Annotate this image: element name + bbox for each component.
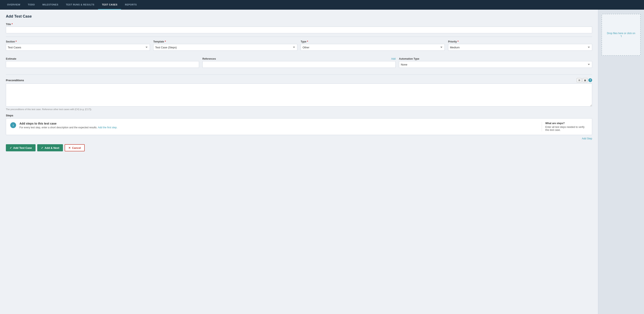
steps-header: Steps bbox=[6, 114, 592, 117]
automation-type-label: Automation Type bbox=[399, 57, 592, 60]
priority-label: Priority * bbox=[448, 40, 592, 43]
section-group: Section * Test Cases bbox=[6, 40, 150, 51]
add-and-next-check-icon: ✓ bbox=[41, 146, 43, 149]
steps-help-text: Enter all test steps needed to verify th… bbox=[545, 126, 588, 131]
cancel-button[interactable]: ✕ Cancel bbox=[64, 144, 85, 151]
preconditions-title: Preconditions bbox=[6, 79, 24, 82]
template-group: Template * Test Case (Steps) bbox=[153, 40, 297, 51]
buttons-row: ✓ Add Test Case ✓ Add & Next ✕ Cancel bbox=[6, 144, 592, 151]
references-label: References bbox=[202, 57, 216, 60]
add-test-case-check-icon: ✓ bbox=[10, 146, 12, 149]
title-group: Title * bbox=[6, 23, 592, 33]
drop-zone[interactable]: Drop files here or click on 't bbox=[602, 14, 641, 56]
priority-group: Priority * Medium bbox=[448, 40, 592, 51]
steps-help: What are steps? Enter all test steps nee… bbox=[542, 122, 588, 131]
automation-type-group: Automation Type None bbox=[399, 57, 592, 68]
references-header: References Add bbox=[202, 57, 396, 60]
type-label: Type * bbox=[301, 40, 445, 43]
preconditions-header: Preconditions ⊞ ▣ ? bbox=[6, 78, 592, 82]
steps-info-title: Add steps to this test case bbox=[20, 122, 538, 125]
toolbar-help-icon[interactable]: ? bbox=[588, 78, 592, 82]
preconditions-toolbar: ⊞ ▣ ? bbox=[577, 78, 592, 82]
template-select[interactable]: Test Case (Steps) bbox=[153, 44, 297, 51]
info-icon: i bbox=[10, 122, 16, 128]
title-label: Title * bbox=[6, 23, 592, 26]
type-select[interactable]: Other bbox=[301, 44, 445, 51]
preconditions-hint: The preconditions of this test case. Ref… bbox=[6, 108, 592, 111]
estimate-label: Estimate bbox=[6, 57, 199, 60]
add-step-link[interactable]: Add Step bbox=[582, 137, 592, 140]
estimate-input[interactable] bbox=[6, 61, 199, 68]
fields-row-2: Estimate References Add Automation Type … bbox=[6, 57, 592, 71]
fields-row-1: Section * Test Cases Template * Test Cas… bbox=[6, 40, 592, 54]
add-and-next-label: Add & Next bbox=[44, 146, 59, 149]
steps-help-title: What are steps? bbox=[545, 122, 588, 125]
nav-todo[interactable]: TODO bbox=[24, 0, 39, 10]
nav-overview[interactable]: OVERVIEW bbox=[3, 0, 24, 10]
nav-bar: OVERVIEW TODO MILESTONES TEST RUNS & RES… bbox=[0, 0, 644, 10]
add-first-step-link[interactable]: Add the first step. bbox=[98, 126, 117, 129]
add-test-case-button[interactable]: ✓ Add Test Case bbox=[6, 144, 36, 151]
add-test-case-label: Add Test Case bbox=[13, 146, 32, 149]
page-layout: Add Test Case Title * Section * Test Cas… bbox=[0, 10, 644, 314]
nav-milestones[interactable]: MILESTONES bbox=[39, 0, 62, 10]
estimate-group: Estimate bbox=[6, 57, 199, 68]
steps-box: i Add steps to this test case For every … bbox=[6, 118, 592, 135]
priority-select[interactable]: Medium bbox=[448, 44, 592, 51]
main-content: Add Test Case Title * Section * Test Cas… bbox=[0, 10, 598, 314]
page-title: Add Test Case bbox=[6, 14, 592, 19]
cancel-label: Cancel bbox=[72, 146, 81, 149]
nav-test-cases[interactable]: TEST CASES bbox=[98, 0, 121, 10]
divider-2 bbox=[6, 75, 592, 75]
section-select[interactable]: Test Cases bbox=[6, 44, 150, 51]
steps-info-desc: For every test step, enter a short descr… bbox=[20, 126, 538, 129]
nav-test-runs-results[interactable]: TEST RUNS & RESULTS bbox=[62, 0, 98, 10]
add-and-next-button[interactable]: ✓ Add & Next bbox=[37, 144, 63, 151]
steps-info: i Add steps to this test case For every … bbox=[6, 119, 592, 135]
references-group: References Add bbox=[202, 57, 396, 68]
steps-title: Steps bbox=[6, 114, 13, 117]
section-label: Section * bbox=[6, 40, 150, 43]
toolbar-image-icon[interactable]: ▣ bbox=[582, 78, 588, 82]
references-input[interactable] bbox=[202, 61, 396, 68]
add-step-row: Add Step bbox=[6, 137, 592, 140]
title-input[interactable] bbox=[6, 27, 592, 33]
sidebar-panel: Drop files here or click on 't bbox=[598, 10, 644, 314]
nav-reports[interactable]: REPORTS bbox=[121, 0, 140, 10]
divider-1 bbox=[6, 37, 592, 37]
references-add-link[interactable]: Add bbox=[391, 57, 396, 60]
steps-group: Steps i Add steps to this test case For … bbox=[6, 114, 592, 140]
template-label: Template * bbox=[153, 40, 297, 43]
drop-zone-text: Drop files here or click on 't bbox=[606, 32, 636, 38]
automation-type-select[interactable]: None bbox=[399, 61, 592, 68]
type-group: Type * Other bbox=[301, 40, 445, 51]
preconditions-textarea[interactable] bbox=[6, 84, 592, 107]
toolbar-table-icon[interactable]: ⊞ bbox=[577, 78, 582, 82]
preconditions-group: Preconditions ⊞ ▣ ? The preconditions of… bbox=[6, 78, 592, 111]
cancel-x-icon: ✕ bbox=[68, 146, 71, 149]
steps-text-block: Add steps to this test case For every te… bbox=[20, 122, 538, 129]
